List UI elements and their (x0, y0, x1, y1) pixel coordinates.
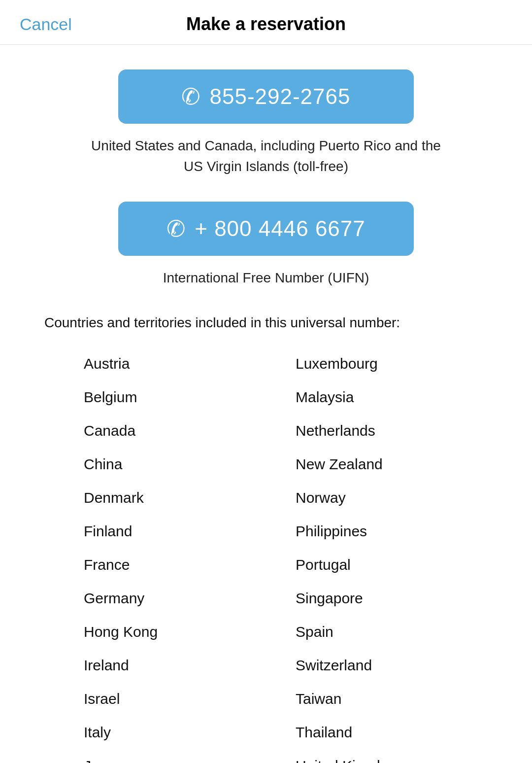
phone-number-intl: + 800 4446 6677 (195, 216, 366, 241)
list-item: Belgium (84, 381, 276, 414)
phone-number-us: 855-292-2765 (209, 84, 350, 109)
phone-button-intl[interactable]: ✆ + 800 4446 6677 (118, 202, 414, 256)
phone-button-us[interactable]: ✆ 855-292-2765 (118, 69, 414, 124)
list-item: Canada (84, 414, 276, 448)
list-item: Thailand (296, 716, 488, 749)
list-item: Denmark (84, 481, 276, 515)
list-item: Israel (84, 682, 276, 716)
list-item: Japan (84, 749, 276, 763)
list-item: Switzerland (296, 649, 488, 682)
content-area: ✆ 855-292-2765 United States and Canada,… (0, 45, 532, 763)
countries-section: Countries and territories included in th… (44, 313, 488, 763)
list-item: Taiwan (296, 682, 488, 716)
countries-left-column: Austria Belgium Canada China Denmark Fin… (84, 347, 276, 763)
list-item: Norway (296, 481, 488, 515)
list-item: New Zealand (296, 448, 488, 481)
cancel-button[interactable]: Cancel (20, 15, 72, 34)
countries-header: Countries and territories included in th… (44, 313, 488, 332)
list-item: Malaysia (296, 381, 488, 414)
phone-icon-intl: ✆ (166, 215, 186, 242)
list-item: Spain (296, 615, 488, 649)
list-item: Austria (84, 347, 276, 381)
countries-grid: Austria Belgium Canada China Denmark Fin… (44, 347, 488, 763)
list-item: Philippines (296, 515, 488, 548)
countries-right-column: Luxembourg Malaysia Netherlands New Zeal… (296, 347, 488, 763)
header: Cancel Make a reservation (0, 0, 532, 45)
phone-description-intl: International Free Number (UIFN) (163, 268, 369, 288)
list-item: United Kingdom (296, 749, 488, 763)
list-item: Italy (84, 716, 276, 749)
list-item: Netherlands (296, 414, 488, 448)
list-item: Ireland (84, 649, 276, 682)
page-title: Make a reservation (186, 14, 346, 35)
list-item: Portugal (296, 548, 488, 582)
list-item: Hong Kong (84, 615, 276, 649)
list-item: China (84, 448, 276, 481)
list-item: France (84, 548, 276, 582)
list-item: Luxembourg (296, 347, 488, 381)
list-item: Finland (84, 515, 276, 548)
phone-description-us: United States and Canada, including Puer… (89, 136, 443, 177)
page-container: Cancel Make a reservation ✆ 855-292-2765… (0, 0, 532, 763)
phone-icon-us: ✆ (181, 83, 200, 110)
list-item: Singapore (296, 582, 488, 615)
list-item: Germany (84, 582, 276, 615)
